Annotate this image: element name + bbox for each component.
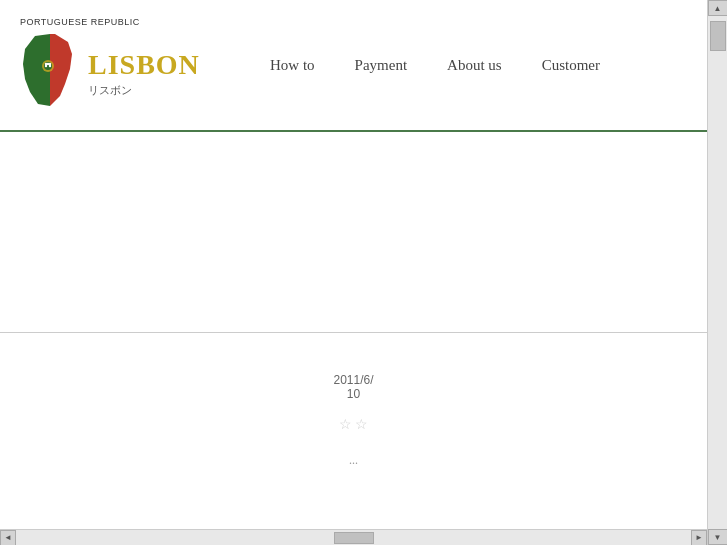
date-line1: 2011/6/ (333, 373, 373, 387)
nav-about-us[interactable]: About us (447, 57, 502, 74)
logo-area: PORTUGUESE REPUBLIC (20, 17, 210, 114)
horizontal-scroll-track[interactable] (16, 530, 691, 545)
date-area: 2011/6/ 10 ☆ ☆ ... (0, 353, 707, 488)
lisbon-japanese: リスボン (88, 83, 200, 98)
vertical-scroll-track[interactable] (708, 16, 727, 529)
right-arrow-icon: ► (695, 533, 703, 542)
horizontal-scrollbar[interactable]: ◄ ► (0, 529, 707, 545)
content-divider (0, 332, 707, 333)
up-arrow-icon: ▲ (714, 4, 722, 13)
scroll-down-button[interactable]: ▼ (708, 529, 728, 545)
nav-payment[interactable]: Payment (355, 57, 408, 74)
stars[interactable]: ☆ ☆ (339, 416, 369, 433)
date-line2: 10 (347, 387, 360, 401)
down-arrow-icon: ▼ (714, 533, 722, 542)
left-arrow-icon: ◄ (4, 533, 12, 542)
scroll-left-button[interactable]: ◄ (0, 530, 16, 546)
svg-point-6 (49, 64, 51, 66)
vertical-scrollbar[interactable]: ▲ ▼ (707, 0, 727, 545)
scroll-up-button[interactable]: ▲ (708, 0, 728, 16)
nav-how-to[interactable]: How to (270, 57, 315, 74)
svg-point-5 (45, 64, 47, 66)
header: PORTUGUESE REPUBLIC (0, 0, 707, 130)
portugal-map (20, 34, 80, 114)
logo-text: LISBON リスボン (88, 49, 200, 98)
horizontal-scroll-thumb[interactable] (334, 532, 374, 544)
scroll-right-button[interactable]: ► (691, 530, 707, 546)
nav-customer[interactable]: Customer (542, 57, 600, 74)
ellipsis: ... (349, 453, 358, 468)
body-area (0, 132, 707, 312)
main-nav: How to Payment About us Customer (270, 57, 600, 74)
lisbon-title: LISBON (88, 49, 200, 81)
vertical-scroll-thumb[interactable] (710, 21, 726, 51)
country-text: PORTUGUESE REPUBLIC (20, 17, 140, 27)
